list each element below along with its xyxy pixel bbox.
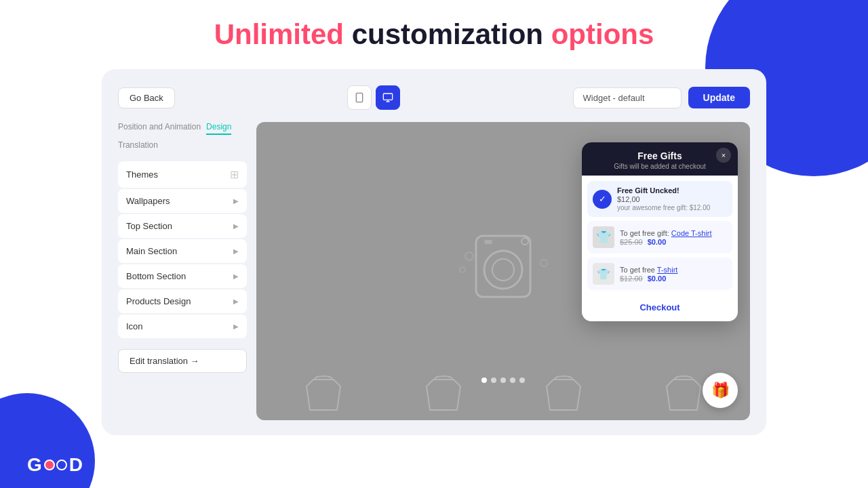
svg-point-6 <box>484 251 522 289</box>
checkout-link[interactable]: Checkout <box>639 302 679 312</box>
tab-design[interactable]: Design <box>206 122 231 135</box>
svg-point-9 <box>521 238 528 245</box>
close-button[interactable]: × <box>716 148 731 163</box>
go-back-button[interactable]: Go Back <box>118 87 175 108</box>
main-card: Go Back Update <box>102 69 766 435</box>
old-price-2: $12.00 <box>620 274 643 283</box>
sidebar-item-label: Themes <box>126 169 158 180</box>
ghost-products <box>256 373 750 420</box>
checkout-row: Checkout <box>582 296 738 321</box>
logo: G D <box>27 455 83 474</box>
gift-name: Free Gift Uncked! <box>617 186 727 195</box>
sidebar-item-label: Products Design <box>126 296 191 306</box>
sidebar-item-wallpapers[interactable]: Wallpapers ▶ <box>118 189 247 213</box>
themes-icon: ⊞ <box>230 168 239 181</box>
mobile-toggle-button[interactable] <box>347 85 372 110</box>
edit-translation-button[interactable]: Edit translation → <box>118 349 247 373</box>
sidebar-item-icon[interactable]: Icon ▶ <box>118 314 247 338</box>
new-price-2: $0.00 <box>648 274 667 283</box>
chevron-icon: ▶ <box>233 323 239 330</box>
tab-translation[interactable]: Translation <box>118 140 158 152</box>
headline-customization: customization <box>344 18 551 50</box>
page-headline: Unlimited customization options <box>214 19 654 50</box>
sidebar-item-main-section[interactable]: Main Section ▶ <box>118 239 247 263</box>
gift-prices-1: $25.00 $0.00 <box>620 238 727 246</box>
gift-item-unlocked: ✓ Free Gift Uncked! $12,00 your awesome … <box>587 181 732 217</box>
check-icon: ✓ <box>593 190 612 209</box>
sidebar-item-label: Main Section <box>126 246 177 256</box>
content-area: Position and Animation Design Translatio… <box>118 122 750 420</box>
gift-label-2: To get free T-shirt <box>620 266 727 274</box>
gift-label-1: To get free gift: Code T-shirt <box>620 229 727 237</box>
tab-position-animation[interactable]: Position and Animation <box>118 122 201 135</box>
logo-circles <box>44 460 67 470</box>
svg-point-11 <box>460 267 465 272</box>
chevron-icon: ▶ <box>233 197 239 205</box>
update-button[interactable]: Update <box>688 87 750 108</box>
gift-info: Free Gift Uncked! $12,00 your awesome fr… <box>617 186 727 211</box>
desktop-toggle-button[interactable] <box>376 85 400 110</box>
gift-price: $12,00 <box>617 195 727 203</box>
preview-area: Free Gifts Gifts will be added at checko… <box>256 122 750 420</box>
gift-link-1[interactable]: Code T-shirt <box>671 229 712 237</box>
svg-rect-0 <box>357 94 363 102</box>
sidebar-item-themes[interactable]: Themes ⊞ <box>118 161 247 188</box>
svg-point-7 <box>492 259 514 281</box>
sidebar-item-label: Icon <box>126 321 143 331</box>
headline-options: options <box>551 18 654 50</box>
svg-point-10 <box>465 252 473 260</box>
gift-item-2: 👕 To get free T-shirt $12.00 $0.00 <box>587 258 732 290</box>
gift-image-1: 👕 <box>593 226 614 248</box>
chevron-icon: ▶ <box>233 247 239 255</box>
gift-info-2: To get free T-shirt $12.00 $0.00 <box>620 266 727 283</box>
gift-link-2[interactable]: T-shirt <box>657 266 678 274</box>
gift-image-2: 👕 <box>593 263 614 285</box>
gift-item-1: 👕 To get free gift: Code T-shirt $25.00 … <box>587 221 732 253</box>
gift-desc: your awesome free gift: $12.00 <box>617 204 727 211</box>
gift-info-1: To get free gift: Code T-shirt $25.00 $0… <box>620 229 727 246</box>
gift-modal-body: ✓ Free Gift Uncked! $12,00 your awesome … <box>582 176 738 296</box>
logo-circle-blue <box>56 460 67 470</box>
sidebar-tabs: Position and Animation Design Translatio… <box>118 122 247 152</box>
sidebar-menu: Themes ⊞ Wallpapers ▶ Top Section ▶ Main… <box>118 161 247 338</box>
right-controls: Update <box>573 87 750 108</box>
logo-container: G D <box>27 455 83 474</box>
logo-d: D <box>69 455 83 474</box>
sidebar-item-label: Bottom Section <box>126 271 186 281</box>
sidebar-item-bottom-section[interactable]: Bottom Section ▶ <box>118 264 247 288</box>
chevron-icon: ▶ <box>233 298 239 305</box>
headline-unlimited: Unlimited <box>214 18 344 50</box>
sidebar: Position and Animation Design Translatio… <box>118 122 247 420</box>
sidebar-item-label: Wallpapers <box>126 196 170 206</box>
chevron-icon: ▶ <box>233 222 239 230</box>
new-price-1: $0.00 <box>648 238 667 246</box>
svg-rect-8 <box>484 240 492 244</box>
gift-modal-header: Free Gifts Gifts will be added at checko… <box>582 142 738 176</box>
sidebar-item-products-design[interactable]: Products Design ▶ <box>118 289 247 313</box>
sidebar-item-top-section[interactable]: Top Section ▶ <box>118 214 247 238</box>
gift-prices-2: $12.00 $0.00 <box>620 274 727 283</box>
logo-circle-red <box>44 460 55 470</box>
widget-select[interactable] <box>573 87 682 108</box>
gift-modal-subtitle: Gifts will be added at checkout <box>591 163 728 170</box>
gift-modal-title: Free Gifts <box>591 150 728 161</box>
gift-modal: Free Gifts Gifts will be added at checko… <box>582 142 738 321</box>
top-bar: Go Back Update <box>118 85 750 110</box>
svg-rect-2 <box>384 94 393 100</box>
chevron-icon: ▶ <box>233 272 239 280</box>
device-toggles <box>347 85 400 110</box>
sidebar-item-label: Top Section <box>126 221 172 231</box>
gift-fab-button[interactable]: 🎁 <box>703 373 738 408</box>
old-price-1: $25.00 <box>620 238 643 246</box>
center-illustration <box>449 216 557 327</box>
logo-g: G <box>27 455 42 474</box>
svg-point-12 <box>540 260 547 266</box>
